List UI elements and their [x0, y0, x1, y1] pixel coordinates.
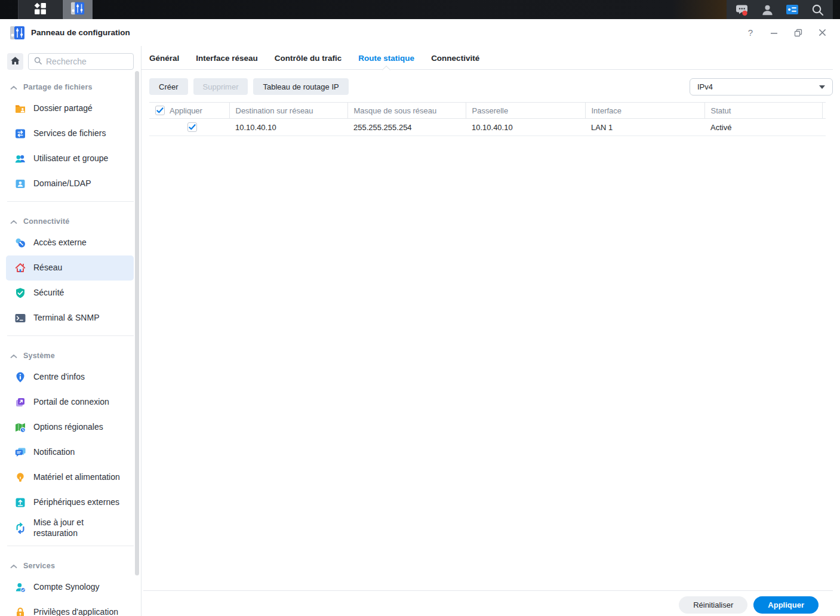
- column-header-statut[interactable]: Statut: [704, 103, 822, 119]
- shared-folder-icon: [14, 103, 26, 115]
- sidebar-item-notification[interactable]: Notification: [6, 440, 134, 465]
- sidebar-item-domaine-ldap[interactable]: Domaine/LDAP: [6, 171, 134, 196]
- home-button[interactable]: [7, 53, 23, 70]
- sidebar-item-terminal-snmp[interactable]: Terminal & SNMP: [6, 306, 134, 331]
- create-button[interactable]: Créer: [149, 78, 188, 95]
- apply-button[interactable]: Appliquer: [753, 596, 819, 614]
- sidebar-item-label: Périphériques externes: [33, 497, 119, 508]
- sidebar-item-portail-de-connexion[interactable]: Portail de connexion: [6, 390, 134, 415]
- section-header-partage-de-fichiers[interactable]: Partage de fichiers: [0, 72, 141, 96]
- chevron-up-icon: [10, 216, 17, 227]
- tab-general[interactable]: Général: [149, 54, 179, 63]
- section-label: Connectivité: [23, 217, 69, 226]
- table-header-row: AppliquerDestination sur réseauMasque de…: [149, 103, 826, 119]
- chat-notifications-icon[interactable]: [735, 2, 749, 17]
- row-checkbox[interactable]: [187, 122, 197, 132]
- route-row[interactable]: 10.10.40.10 255.255.255.254 10.10.40.10 …: [149, 119, 826, 136]
- sidebar-item-label: Sécurité: [33, 288, 64, 298]
- sidebar-divider: [7, 335, 134, 336]
- notification-icon: [14, 446, 26, 458]
- sidebar-item-label: Compte Synology: [33, 582, 100, 593]
- sidebar-item-label: Dossier partagé: [33, 103, 93, 114]
- terminal-snmp-icon: [14, 312, 26, 324]
- ip-version-select[interactable]: IPv4: [690, 78, 833, 96]
- sidebar-item-utilisateur-et-groupe[interactable]: Utilisateur et groupe: [6, 146, 134, 171]
- window-titlebar: Panneau de configuration ?: [0, 19, 840, 46]
- toolbar: Créer Supprimer Tableau de routage IP IP…: [149, 78, 833, 95]
- search-icon[interactable]: [810, 2, 824, 17]
- sidebar-scrollbar-thumb[interactable]: [135, 71, 139, 575]
- sidebar-nav: Partage de fichiers Dossier partagé Serv…: [0, 72, 141, 616]
- sidebar-item-compte-synology[interactable]: Compte Synology: [6, 575, 134, 600]
- sidebar-item-label: Portail de connexion: [33, 397, 109, 408]
- sidebar-item-services-de-fichiers[interactable]: Services de fichiers: [6, 121, 134, 146]
- column-header-label: Appliquer: [170, 106, 202, 115]
- close-button[interactable]: [817, 28, 827, 38]
- external-access-icon: [14, 237, 26, 249]
- sidebar-item-label: Matériel et alimentation: [33, 472, 120, 483]
- column-header-passerelle[interactable]: Passerelle: [466, 103, 585, 119]
- tab-controle-du-trafic[interactable]: Contrôle du trafic: [275, 54, 342, 63]
- sidebar-item-securite[interactable]: Sécurité: [6, 281, 134, 306]
- hardware-power-icon: [14, 472, 26, 483]
- regional-options-icon: [14, 421, 26, 433]
- login-portal-icon: [14, 396, 26, 408]
- sidebar-item-acces-externe[interactable]: Accès externe: [6, 230, 134, 255]
- file-services-icon: [14, 128, 26, 140]
- select-all-checkbox[interactable]: [155, 106, 165, 115]
- sidebar-item-reseau[interactable]: Réseau: [6, 255, 134, 281]
- tab-connectivite[interactable]: Connectivité: [431, 54, 479, 63]
- reset-button[interactable]: Réinitialiser: [679, 596, 747, 614]
- section-label: Services: [23, 562, 55, 570]
- sidebar-search-input[interactable]: [46, 57, 128, 66]
- column-header-label: Masque de sous réseau: [354, 106, 437, 115]
- sidebar-item-peripheriques-externes[interactable]: Périphériques externes: [6, 490, 134, 515]
- column-header-label: Interface: [592, 106, 622, 115]
- section-header-connectivite[interactable]: Connectivité: [0, 207, 141, 230]
- main-menu-button[interactable]: [18, 0, 63, 19]
- app-privileges-icon: [14, 606, 26, 616]
- control-panel-taskbar-button[interactable]: [63, 0, 93, 19]
- sidebar-item-materiel-et-alimentation[interactable]: Matériel et alimentation: [6, 465, 134, 490]
- column-header-label: Statut: [711, 106, 731, 115]
- ip-routing-table-button[interactable]: Tableau de routage IP: [253, 78, 348, 95]
- column-header-appliquer[interactable]: Appliquer: [149, 103, 229, 119]
- sidebar-item-label: Privilèges d'application: [33, 607, 118, 616]
- sidebar-item-options-regionales[interactable]: Options régionales: [6, 415, 134, 440]
- section-header-services[interactable]: Services: [0, 551, 141, 575]
- tab-route-statique[interactable]: Route statique: [358, 54, 414, 63]
- home-icon: [10, 56, 20, 68]
- cell-interface: LAN 1: [585, 119, 704, 136]
- column-header-destination-sur-reseau[interactable]: Destination sur réseau: [229, 103, 347, 119]
- sidebar-item-mise-a-jour-et-restauration[interactable]: Mise à jour et restauration: [6, 515, 134, 541]
- window-title: Panneau de configuration: [31, 28, 130, 37]
- sidebar-item-label: Réseau: [33, 263, 62, 273]
- cell-subnet-mask: 255.255.255.254: [347, 119, 466, 136]
- domain-ldap-icon: [14, 178, 26, 190]
- sidebar-item-dossier-partage[interactable]: Dossier partagé: [6, 96, 134, 121]
- section-header-systeme[interactable]: Système: [0, 341, 141, 365]
- ip-version-value: IPv4: [697, 82, 713, 91]
- sidebar-item-centre-d-infos[interactable]: Centre d'infos: [6, 365, 134, 390]
- chevron-up-icon: [10, 82, 17, 93]
- main-menu-grid-icon: [34, 2, 47, 17]
- restore-button[interactable]: [793, 28, 803, 38]
- sidebar-item-label: Terminal & SNMP: [33, 313, 99, 324]
- column-header-masque-de-sous-reseau[interactable]: Masque de sous réseau: [347, 103, 466, 119]
- control-panel-window-icon: [10, 25, 25, 41]
- info-center-icon: [14, 371, 26, 383]
- widgets-icon[interactable]: [785, 2, 799, 17]
- user-account-icon[interactable]: [760, 2, 774, 17]
- help-button[interactable]: ?: [746, 28, 755, 38]
- column-header-interface[interactable]: Interface: [585, 103, 704, 119]
- section-label: Système: [23, 352, 55, 360]
- tab-interface-reseau[interactable]: Interface réseau: [196, 54, 258, 63]
- column-header-label: Destination sur réseau: [236, 106, 313, 115]
- external-devices-icon: [14, 497, 26, 509]
- column-header-label: Passerelle: [472, 106, 509, 115]
- sidebar-item-privileges-d-application[interactable]: Privilèges d'application: [6, 600, 134, 616]
- minimize-button[interactable]: [770, 28, 779, 38]
- tab-bar: GénéralInterface réseauContrôle du trafi…: [141, 46, 833, 70]
- sidebar-item-label: Accès externe: [33, 238, 87, 248]
- delete-button[interactable]: Supprimer: [193, 78, 248, 95]
